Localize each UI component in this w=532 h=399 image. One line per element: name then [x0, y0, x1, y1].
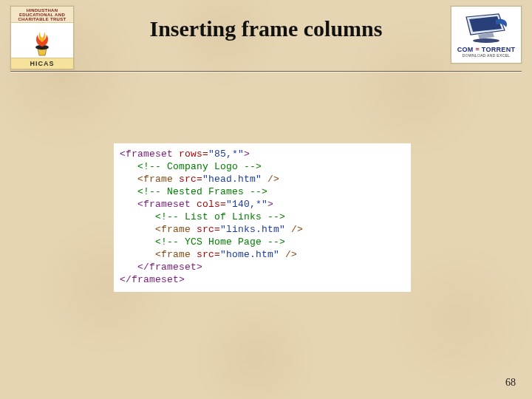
slide-title: Inserting frame columns	[96, 16, 436, 41]
brand-eq: =	[474, 46, 482, 53]
logo-right-subtext: DOWNLOAD AND EXCEL	[463, 53, 510, 58]
logo-right-brand: COM = TORRENT	[457, 46, 516, 53]
page-number: 68	[505, 377, 516, 389]
brand-left: COM	[457, 46, 474, 53]
logo-left-top-text: HINDUSTHAN EDUCATIONAL AND CHARITABLE TR…	[11, 7, 73, 23]
code-block: <frameset rows="85,*"> <!-- Company Logo…	[114, 143, 411, 292]
logo-left: HINDUSTHAN EDUCATIONAL AND CHARITABLE TR…	[10, 6, 74, 69]
slide: HINDUSTHAN EDUCATIONAL AND CHARITABLE TR…	[0, 0, 532, 399]
logo-left-bottom-text: HICAS	[11, 58, 73, 69]
logo-right: COM = TORRENT DOWNLOAD AND EXCEL	[451, 6, 522, 64]
svg-point-2	[473, 38, 499, 43]
code-content: <frameset rows="85,*"> <!-- Company Logo…	[120, 148, 405, 286]
header-divider	[10, 71, 522, 72]
monitor-icon	[453, 12, 519, 46]
brand-right: TORRENT	[482, 46, 515, 53]
torch-icon	[11, 23, 73, 58]
